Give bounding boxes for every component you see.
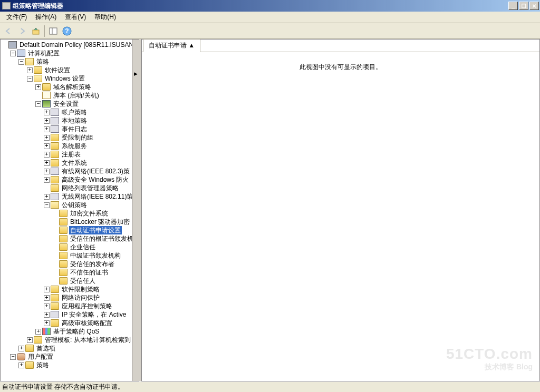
expand-toggle[interactable]: −: [44, 202, 50, 208]
back-button[interactable]: [2, 25, 15, 37]
tree-policy-qos[interactable]: 基于策略的 QoS: [52, 327, 100, 336]
svg-rect-0: [33, 30, 39, 34]
tree-advanced-audit[interactable]: 高级审核策略配置: [61, 319, 113, 327]
expand-toggle[interactable]: −: [35, 101, 41, 107]
tree-pane: Default Domain Policy [08SR11.ISUSAN.C −…: [0, 39, 139, 381]
expand-toggle[interactable]: +: [44, 110, 50, 115]
tree-auto-cert[interactable]: 自动证书申请设置: [69, 226, 122, 234]
tree-network-list[interactable]: 网络列表管理器策略: [61, 184, 120, 192]
close-button[interactable]: ✕: [529, 2, 539, 10]
expand-toggle[interactable]: +: [44, 126, 50, 132]
expand-toggle[interactable]: −: [27, 76, 33, 82]
tree-preferences[interactable]: 首选项: [35, 344, 56, 352]
tree-public-key[interactable]: 公钥策略: [61, 201, 88, 209]
toolbar: ?: [0, 23, 540, 39]
empty-message: 此视图中没有可显示的项目。: [300, 63, 382, 381]
minimize-button[interactable]: _: [508, 2, 518, 10]
tree-view[interactable]: Default Domain Policy [08SR11.ISUSAN.C −…: [1, 40, 139, 370]
tree-trusted-people[interactable]: 受信任人: [69, 277, 97, 285]
expand-toggle[interactable]: +: [44, 312, 50, 318]
help-button[interactable]: ?: [61, 25, 73, 37]
expand-toggle[interactable]: +: [44, 143, 50, 149]
forward-button[interactable]: [16, 25, 28, 37]
tree-windows-settings[interactable]: Windows 设置: [44, 74, 86, 83]
expand-toggle[interactable]: +: [44, 194, 50, 200]
tree-enterprise-trust[interactable]: 企业信任: [69, 243, 97, 251]
folder-icon: [51, 134, 59, 141]
menu-view[interactable]: 查看(V): [61, 12, 90, 23]
tree-policy[interactable]: 策略: [35, 57, 50, 66]
expand-toggle[interactable]: +: [35, 84, 41, 90]
shield-icon: [42, 100, 51, 107]
tree-wired-network[interactable]: 有线网络(IEEE 802.3)策: [61, 167, 131, 175]
folder-icon: [34, 66, 42, 74]
expand-toggle[interactable]: +: [18, 362, 24, 368]
folder-icon: [59, 243, 68, 251]
menu-action[interactable]: 操作(A): [31, 12, 61, 23]
tree-system-services[interactable]: 系统服务: [61, 142, 88, 150]
expand-toggle[interactable]: +: [27, 67, 33, 73]
folder-icon: [59, 252, 68, 259]
gear-icon: [51, 193, 59, 200]
expand-toggle[interactable]: +: [44, 295, 50, 301]
folder-icon: [59, 235, 68, 242]
tree-filesystem[interactable]: 文件系统: [61, 159, 88, 167]
tree-windows-firewall[interactable]: 高级安全 Windows 防火: [61, 175, 130, 184]
tree-ip-security[interactable]: IP 安全策略，在 Active: [61, 310, 127, 319]
tree-dns-policy[interactable]: 域名解析策略: [52, 83, 92, 91]
tree-wireless-network[interactable]: 无线网络(IEEE 802.11)策: [61, 192, 134, 201]
up-button[interactable]: [30, 25, 42, 37]
folder-icon: [34, 75, 42, 82]
expand-toggle[interactable]: +: [44, 287, 50, 292]
tree-admin-templates[interactable]: 管理模板: 从本地计算机检索到: [44, 336, 132, 344]
tree-account-policy[interactable]: 帐户策略: [61, 108, 88, 116]
tree-scripts[interactable]: 脚本 (启动/关机): [52, 91, 100, 100]
gear-icon: [51, 117, 59, 124]
expand-toggle[interactable]: −: [10, 354, 16, 360]
tree-event-log[interactable]: 事件日志: [61, 125, 88, 133]
tree-software-settings[interactable]: 软件设置: [44, 66, 71, 74]
expand-toggle[interactable]: +: [44, 169, 50, 174]
expand-toggle[interactable]: +: [44, 160, 50, 166]
folder-icon: [51, 319, 59, 327]
tree-user-config[interactable]: 用户配置: [27, 352, 54, 361]
content-body: 此视图中没有可显示的项目。: [142, 52, 539, 381]
menu-file[interactable]: 文件(F): [2, 12, 31, 23]
tree-trusted-publishers[interactable]: 受信任的发布者: [69, 260, 115, 268]
tree-computer-config[interactable]: 计算机配置: [27, 49, 61, 57]
tree-trusted-root[interactable]: 受信任的根证书颁发机: [69, 234, 134, 243]
tree-bitlocker[interactable]: BitLocker 驱动器加密: [69, 218, 131, 226]
tree-app-control[interactable]: 应用程序控制策略: [61, 302, 113, 310]
tree-security-settings[interactable]: 安全设置: [52, 100, 80, 108]
tree-untrusted-certs[interactable]: 不信任的证书: [69, 268, 109, 277]
tree-efs[interactable]: 加密文件系统: [69, 209, 109, 218]
tree-root[interactable]: Default Domain Policy [08SR11.ISUSAN.C: [18, 41, 139, 49]
menu-help[interactable]: 帮助(H): [90, 12, 120, 23]
expand-toggle[interactable]: +: [18, 346, 24, 351]
expand-toggle[interactable]: +: [44, 177, 50, 183]
expand-toggle[interactable]: −: [18, 59, 24, 65]
tree-scrollbar[interactable]: ▶: [132, 40, 139, 381]
expand-toggle[interactable]: +: [44, 135, 50, 141]
show-hide-button[interactable]: [47, 25, 60, 37]
expand-toggle[interactable]: −: [10, 51, 16, 56]
expand-toggle[interactable]: +: [44, 118, 50, 124]
gear-icon: [51, 168, 59, 175]
chart-icon: [42, 328, 51, 335]
folder-icon: [51, 142, 59, 150]
maximize-button[interactable]: ❐: [519, 2, 528, 10]
expand-toggle[interactable]: +: [44, 320, 50, 326]
tree-software-restriction[interactable]: 软件限制策略: [61, 285, 101, 293]
expand-toggle[interactable]: +: [35, 329, 41, 335]
svg-text:?: ?: [65, 27, 69, 35]
tree-registry[interactable]: 注册表: [61, 150, 82, 159]
tree-intermediate-ca[interactable]: 中级证书颁发机构: [69, 251, 122, 260]
tree-restricted-groups[interactable]: 受限制的组: [61, 133, 94, 142]
tab-auto-cert[interactable]: 自动证书申请 ▲: [143, 39, 200, 52]
tree-local-policy[interactable]: 本地策略: [61, 116, 88, 125]
expand-toggle[interactable]: +: [27, 337, 33, 343]
tree-user-policy[interactable]: 策略: [35, 361, 50, 369]
expand-toggle[interactable]: +: [44, 152, 50, 158]
expand-toggle[interactable]: +: [44, 303, 50, 309]
tree-network-access[interactable]: 网络访问保护: [61, 293, 101, 302]
